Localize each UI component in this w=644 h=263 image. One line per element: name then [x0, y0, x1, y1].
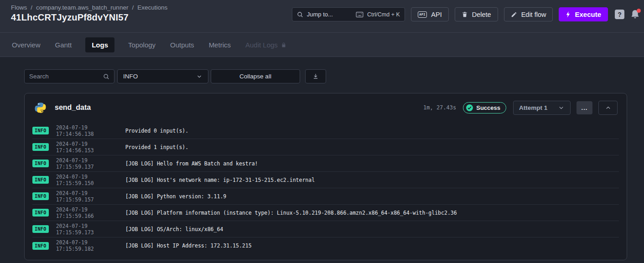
log-level-badge: INFO [32, 242, 49, 250]
status-badge-label: Success [476, 104, 500, 111]
log-message: Provided 1 input(s). [125, 144, 188, 150]
tab-overview-label: Overview [12, 41, 41, 49]
log-row[interactable]: INFO 2024-07-19 17:14:56.153 Provided 1 … [32, 139, 619, 155]
log-level-badge: INFO [32, 192, 49, 200]
log-rows: INFO 2024-07-19 17:14:56.138 Provided 0 … [25, 122, 627, 254]
download-logs-button[interactable] [305, 69, 326, 83]
jump-to-shortcut: Ctrl/Cmd + K [367, 11, 400, 18]
breadcrumb-executions[interactable]: Executions [137, 4, 167, 11]
log-row[interactable]: INFO 2024-07-19 17:15:59.173 [JOB LOG] O… [32, 221, 619, 237]
log-level-badge: INFO [32, 143, 49, 151]
chevron-up-icon [605, 104, 612, 111]
log-row[interactable]: INFO 2024-07-19 17:15:59.137 [JOB LOG] H… [32, 155, 619, 172]
log-message: [JOB LOG] Python version: 3.11.9 [125, 193, 227, 200]
log-message: Provided 0 input(s). [125, 128, 188, 134]
notifications-bell-icon[interactable] [630, 9, 640, 20]
log-level-badge: INFO [32, 127, 49, 134]
log-timestamp: 2024-07-19 17:15:59.150 [56, 174, 125, 186]
log-level-badge: INFO [32, 209, 49, 217]
tab-gantt[interactable]: Gantt [54, 37, 73, 52]
log-row[interactable]: INFO 2024-07-19 17:14:56.138 Provided 0 … [32, 123, 619, 139]
log-message: [JOB LOG] Platform information (instance… [125, 210, 457, 216]
breadcrumb-flows[interactable]: Flows [11, 4, 27, 11]
attempt-select[interactable]: Attempt 1 [513, 101, 571, 115]
tab-logs-label: Logs [92, 41, 108, 49]
tab-metrics-label: Metrics [209, 41, 231, 49]
log-message: [JOB LOG] Hello from AWS Batch and kestr… [125, 160, 258, 167]
collapse-all-button[interactable]: Collapse all [211, 69, 300, 83]
task-more-button[interactable]: ... [576, 101, 592, 114]
status-badge: Success [463, 102, 506, 113]
log-level-badge: INFO [32, 160, 49, 167]
tab-audit-logs: Audit Logs [244, 37, 287, 52]
task-duration: 1m, 27.43s [423, 104, 456, 111]
log-timestamp: 2024-07-19 17:15:59.166 [56, 206, 125, 219]
breadcrumb-flow-id[interactable]: company.team.aws_batch_runner [36, 4, 128, 11]
edit-flow-button[interactable]: Edit flow [504, 7, 553, 21]
collapse-task-button[interactable] [598, 101, 618, 115]
pencil-icon [511, 11, 517, 18]
search-input[interactable] [29, 73, 103, 80]
notification-dot [637, 9, 641, 13]
search-icon [297, 11, 303, 18]
task-log-panel: send_data 1m, 27.43s Success Attempt 1 [24, 93, 627, 260]
tab-logs[interactable]: Logs [85, 37, 114, 52]
lock-icon [281, 42, 286, 48]
check-circle-icon [466, 104, 473, 112]
lightning-bolt-icon [566, 11, 571, 18]
tab-audit-logs-label: Audit Logs [245, 41, 278, 49]
log-timestamp: 2024-07-19 17:15:59.182 [56, 239, 125, 252]
trash-icon [462, 11, 468, 18]
tab-outputs-label: Outputs [170, 41, 194, 49]
topbar-left: Flows / company.team.aws_batch_runner / … [11, 4, 167, 23]
execute-button[interactable]: Execute [559, 7, 608, 21]
breadcrumb-separator: / [31, 4, 32, 11]
attempt-select-value: Attempt 1 [519, 104, 547, 111]
tab-outputs[interactable]: Outputs [169, 37, 195, 52]
logs-content: INFO Collapse all [0, 57, 644, 263]
topbar-actions: Jump to... Ctrl/Cmd + K API API Delete [292, 7, 640, 21]
log-timestamp: 2024-07-19 17:15:59.173 [56, 223, 125, 236]
top-bar: Flows / company.team.aws_batch_runner / … [0, 0, 644, 33]
tab-topology-label: Topology [128, 41, 156, 49]
log-row[interactable]: INFO 2024-07-19 17:15:59.150 [JOB LOG] H… [32, 172, 619, 188]
tab-overview[interactable]: Overview [11, 37, 42, 52]
log-row[interactable]: INFO 2024-07-19 17:15:59.157 [JOB LOG] P… [32, 188, 619, 205]
help-button-label: ? [618, 11, 622, 18]
tab-topology[interactable]: Topology [127, 37, 156, 52]
api-button[interactable]: API API [411, 7, 449, 21]
tab-gantt-label: Gantt [55, 41, 72, 49]
log-timestamp: 2024-07-19 17:15:59.137 [56, 157, 125, 170]
log-timestamp: 2024-07-19 17:15:59.157 [56, 190, 125, 203]
log-row[interactable]: INFO 2024-07-19 17:15:59.166 [JOB LOG] P… [32, 205, 619, 221]
app-window: Flows / company.team.aws_batch_runner / … [0, 0, 644, 263]
log-level-select[interactable]: INFO [117, 69, 208, 83]
task-name: send_data [55, 103, 91, 112]
breadcrumb-separator: / [132, 4, 134, 11]
search-icon [103, 73, 109, 80]
log-timestamp: 2024-07-19 17:14:56.138 [56, 124, 125, 137]
execute-button-label: Execute [575, 10, 601, 18]
chevron-down-icon [558, 104, 565, 111]
log-row[interactable]: INFO 2024-07-19 17:15:59.182 [JOB LOG] H… [32, 237, 619, 254]
keyboard-icon [356, 11, 364, 18]
delete-button-label: Delete [472, 11, 491, 18]
edit-flow-button-label: Edit flow [521, 11, 546, 18]
task-log-header: send_data 1m, 27.43s Success Attempt 1 [25, 93, 627, 122]
log-timestamp: 2024-07-19 17:14:56.153 [56, 141, 125, 154]
help-button[interactable]: ? [615, 10, 624, 19]
execution-tabs: Overview Gantt Logs Topology Outputs Met… [0, 33, 644, 57]
api-button-label: API [431, 11, 441, 18]
python-icon [35, 102, 46, 113]
log-level-badge: INFO [32, 225, 49, 233]
log-message: [JOB LOG] Host IP Address: 172.31.15.215 [125, 242, 252, 249]
log-message: [JOB LOG] Host's network name: ip-172-31… [125, 177, 315, 183]
jump-to-search[interactable]: Jump to... Ctrl/Cmd + K [292, 7, 405, 21]
tab-metrics[interactable]: Metrics [208, 37, 232, 52]
chevron-down-icon [196, 73, 203, 80]
more-icon: ... [582, 104, 588, 111]
page-title: 41LhcCRTJyzuPf8dvYNI57 [11, 12, 167, 23]
log-level-badge: INFO [32, 176, 49, 184]
log-filters: INFO Collapse all [24, 69, 627, 83]
delete-button[interactable]: Delete [455, 7, 498, 21]
